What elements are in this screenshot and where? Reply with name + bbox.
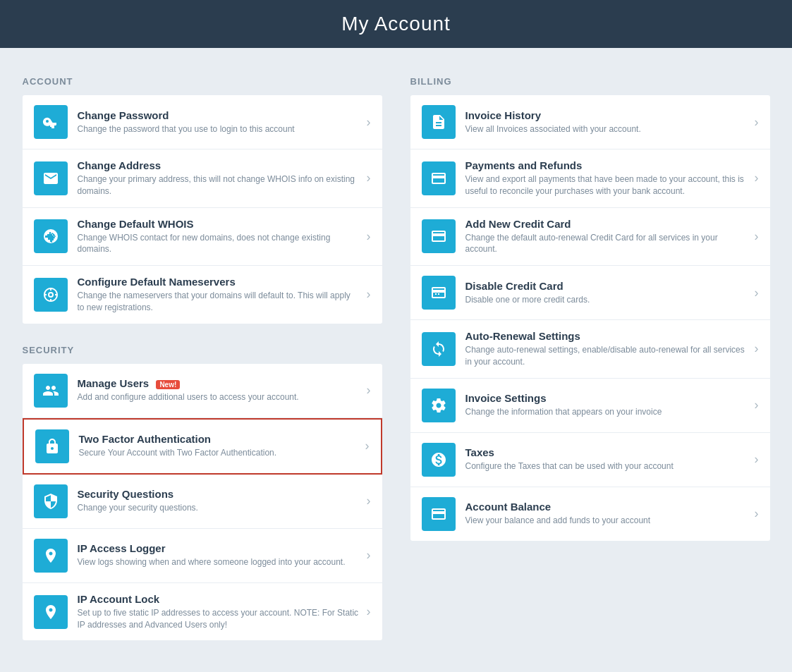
disable-credit-card-desc: Disable one or more credit cards. [465, 294, 748, 306]
chevron-icon: › [755, 341, 759, 356]
chevron-icon: › [755, 506, 759, 521]
chevron-icon: › [367, 287, 371, 302]
change-address-desc: Change your primary address, this will n… [78, 173, 360, 197]
add-credit-card-title: Add New Credit Card [465, 218, 748, 230]
configure-nameservers-item[interactable]: Configure Default Nameservers Change the… [23, 266, 382, 324]
invoice-icon-box [422, 105, 456, 139]
vat-icon-box [422, 443, 456, 477]
chevron-icon: › [755, 171, 759, 185]
invoice-settings-icon-box [422, 389, 456, 422]
change-password-title: Change Password [78, 109, 360, 121]
chevron-icon: › [367, 171, 371, 185]
disable-credit-card-title: Disable Credit Card [465, 280, 748, 292]
two-factor-title: Two Factor Authentication [79, 433, 358, 445]
chevron-icon: › [755, 286, 759, 300]
change-password-text: Change Password Change the password that… [78, 109, 360, 135]
configure-nameservers-text: Configure Default Nameservers Change the… [78, 276, 360, 314]
chevron-icon: › [365, 439, 370, 453]
change-whois-title: Change Default WHOIS [78, 218, 360, 230]
security-questions-item[interactable]: Security Questions Change your security … [23, 475, 382, 529]
change-address-item[interactable]: Change Address Change your primary addre… [23, 149, 382, 208]
lock-icon [44, 438, 61, 455]
disable-credit-card-text: Disable Credit Card Disable one or more … [465, 280, 748, 306]
payments-refunds-text: Payments and Refunds View and export all… [465, 159, 748, 197]
ip-lock-text: IP Account Lock Set up to five static IP… [78, 593, 360, 631]
payments-refunds-desc: View and export all payments that have b… [465, 173, 748, 197]
change-address-title: Change Address [78, 159, 360, 171]
balance-icon-box [422, 497, 456, 531]
security-card-list: Manage Users New! Add and configure addi… [23, 364, 382, 641]
chevron-icon: › [755, 398, 759, 413]
manage-users-text: Manage Users New! Add and configure addi… [78, 377, 360, 403]
security-questions-title: Security Questions [78, 488, 360, 500]
security-questions-text: Security Questions Change your security … [78, 488, 360, 514]
two-factor-item[interactable]: Two Factor Authentication Secure Your Ac… [23, 418, 382, 475]
configure-nameservers-title: Configure Default Nameservers [78, 276, 360, 288]
add-credit-card-item[interactable]: Add New Credit Card Change the default a… [410, 208, 770, 267]
creditcard-disable-icon-box [422, 276, 456, 310]
invoice-settings-title: Invoice Settings [465, 392, 748, 404]
pin-icon [42, 547, 59, 564]
invoice-settings-item[interactable]: Invoice Settings Change the information … [410, 379, 770, 433]
two-factor-desc: Secure Your Account with Two Factor Auth… [79, 447, 358, 459]
payments-refunds-title: Payments and Refunds [465, 159, 748, 171]
globe-icon [42, 228, 59, 245]
security-section-title: SECURITY [23, 345, 382, 355]
change-whois-text: Change Default WHOIS Change WHOIS contac… [78, 218, 360, 256]
taxes-desc: Configure the Taxes that can be used wit… [465, 460, 748, 472]
page-header: My Account [0, 0, 792, 48]
chevron-icon: › [755, 229, 759, 244]
change-address-text: Change Address Change your primary addre… [78, 159, 360, 197]
invoice-icon [430, 114, 447, 130]
chevron-icon: › [755, 452, 759, 467]
auto-renewal-title: Auto-Renewal Settings [465, 330, 748, 342]
invoice-history-item[interactable]: Invoice History View all Invoices associ… [410, 95, 770, 149]
users-icon-box [34, 374, 68, 408]
ip-logger-title: IP Access Logger [78, 542, 360, 554]
auto-renewal-item[interactable]: Auto-Renewal Settings Change auto-renewa… [410, 320, 770, 379]
two-factor-text: Two Factor Authentication Secure Your Ac… [79, 433, 358, 459]
nameserver-icon [42, 286, 59, 303]
ip-lock-item[interactable]: IP Account Lock Set up to five static IP… [23, 583, 382, 641]
account-card-list: Change Password Change the password that… [23, 95, 382, 324]
account-balance-desc: View your balance and add funds to your … [465, 515, 748, 527]
change-whois-item[interactable]: Change Default WHOIS Change WHOIS contac… [23, 208, 382, 267]
billing-card-list: Invoice History View all Invoices associ… [410, 95, 770, 541]
lock2-icon [42, 493, 59, 510]
nameserver-icon-box [34, 278, 68, 312]
invoice-history-text: Invoice History View all Invoices associ… [465, 109, 748, 135]
add-credit-card-desc: Change the default auto-renewal Credit C… [465, 232, 748, 256]
payment-icon [430, 170, 447, 187]
payments-refunds-item[interactable]: Payments and Refunds View and export all… [410, 149, 770, 208]
auto-renewal-text: Auto-Renewal Settings Change auto-renewa… [465, 330, 748, 368]
change-whois-desc: Change WHOIS contact for new domains, do… [78, 232, 360, 256]
change-password-item[interactable]: Change Password Change the password that… [23, 95, 382, 149]
users-icon [42, 382, 59, 399]
account-balance-title: Account Balance [465, 501, 748, 513]
auto-renewal-desc: Change auto-renewal settings, enable/dis… [465, 344, 748, 368]
change-password-desc: Change the password that you use to logi… [78, 123, 360, 135]
invoice-settings-text: Invoice Settings Change the information … [465, 392, 748, 418]
right-column: BILLING Invoice History View all Invoice… [410, 76, 770, 661]
account-balance-item[interactable]: Account Balance View your balance and ad… [410, 487, 770, 541]
billing-section-title: BILLING [410, 76, 770, 87]
creditcard-disable-icon [430, 284, 447, 301]
disable-credit-card-item[interactable]: Disable Credit Card Disable one or more … [410, 266, 770, 320]
renewal-icon [430, 341, 447, 358]
page-title: My Account [341, 13, 451, 35]
taxes-text: Taxes Configure the Taxes that can be us… [465, 446, 748, 472]
pin-lock-icon [42, 604, 59, 621]
lock2-icon-box [34, 484, 68, 518]
ip-logger-text: IP Access Logger View logs showing when … [78, 542, 360, 568]
key-icon-box [34, 105, 68, 139]
chevron-icon: › [755, 115, 759, 130]
creditcard-icon-box [422, 219, 456, 253]
security-questions-desc: Change your security questions. [78, 502, 360, 514]
manage-users-item[interactable]: Manage Users New! Add and configure addi… [23, 364, 382, 418]
taxes-item[interactable]: Taxes Configure the Taxes that can be us… [410, 433, 770, 487]
ip-logger-item[interactable]: IP Access Logger View logs showing when … [23, 529, 382, 583]
left-column: ACCOUNT Change Password Change the passw… [23, 76, 382, 661]
renewal-icon-box [422, 332, 456, 366]
new-badge: New! [156, 380, 180, 389]
creditcard-icon [430, 228, 447, 245]
